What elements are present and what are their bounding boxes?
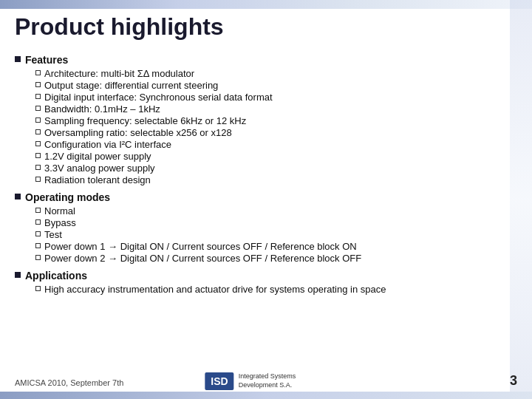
footer-conference: AMICSA 2010, September 7th <box>15 378 123 387</box>
item-text: Output stage: differential current steer… <box>44 80 218 91</box>
list-item: Power down 1 → Digital ON / Current sour… <box>35 241 517 252</box>
item-text: Sampling frequency: selectable 6kHz or 1… <box>44 115 246 126</box>
top-bar <box>0 0 532 9</box>
bullet-icon-applications <box>15 272 21 278</box>
content-area: Product highlights Features Architecture… <box>15 13 517 362</box>
sub-bullet-icon <box>35 70 41 75</box>
sub-bullet-icon <box>35 243 41 248</box>
item-text: Oversampling ratio: selectable x256 or x… <box>44 127 232 138</box>
list-item: 3.3V analog power supply <box>35 163 517 174</box>
list-item: Normal <box>35 205 517 216</box>
item-text: 1.2V digital power supply <box>44 151 151 162</box>
sub-bullet-icon <box>35 106 41 111</box>
list-item: Radiation tolerant design <box>35 174 517 185</box>
list-item: Bandwidth: 0.1mHz – 1kHz <box>35 103 517 115</box>
sub-bullet-icon <box>35 129 41 134</box>
section-applications: Applications High accuracy instrumentati… <box>15 270 517 295</box>
logo-company-name: Integrated Systems Development S.A. <box>239 372 327 389</box>
sub-bullet-icon <box>35 208 41 213</box>
list-item: 1.2V digital power supply <box>35 151 517 162</box>
slide: Product highlights Features Architecture… <box>0 0 532 399</box>
list-item: Power down 2 → Digital ON / Current sour… <box>35 253 517 264</box>
sub-bullet-icon <box>35 117 41 123</box>
arrow-icon: → <box>108 241 117 252</box>
section-applications-label: Applications <box>15 270 517 282</box>
slide-title: Product highlights <box>15 13 517 41</box>
section-features: Features Architecture: multi-bit ΣΔ modu… <box>15 54 517 185</box>
list-item: Output stage: differential current steer… <box>35 80 517 91</box>
sub-bullet-icon <box>35 255 41 260</box>
item-text: High accuracy instrumentation and actuat… <box>44 284 386 295</box>
list-item: Digital input interface: Synchronous ser… <box>35 92 517 103</box>
sub-bullet-icon <box>35 286 41 291</box>
sub-bullet-icon <box>35 153 41 158</box>
item-text: Power down 2 → Digital ON / Current sour… <box>44 253 361 264</box>
list-item: Architecture: multi-bit ΣΔ modulator <box>35 68 517 79</box>
sub-bullet-icon <box>35 165 41 170</box>
sub-bullet-icon <box>35 94 41 99</box>
item-text: Configuration via I²C interface <box>44 139 171 150</box>
logo-icon: ISD <box>205 372 233 390</box>
item-text: Digital input interface: Synchronous ser… <box>44 92 273 103</box>
sub-bullet-icon <box>35 231 41 236</box>
sub-bullet-icon <box>35 82 41 87</box>
sub-bullet-icon <box>35 219 41 225</box>
list-item: High accuracy instrumentation and actuat… <box>35 284 517 295</box>
list-item: Oversampling ratio: selectable x256 or x… <box>35 127 517 138</box>
features-list: Architecture: multi-bit ΣΔ modulator Out… <box>35 68 517 185</box>
item-text: Radiation tolerant design <box>44 174 151 185</box>
list-item: Sampling frequency: selectable 6kHz or 1… <box>35 115 517 126</box>
item-text: Bypass <box>44 217 76 228</box>
list-item: Configuration via I²C interface <box>35 139 517 150</box>
item-text: Power down 1 → Digital ON / Current sour… <box>44 241 357 252</box>
item-text: Normal <box>44 205 75 216</box>
sub-bullet-icon <box>35 141 41 146</box>
footer-logo: ISD Integrated Systems Development S.A. <box>205 372 327 390</box>
bullet-icon-operating <box>15 194 21 200</box>
page-number: 3 <box>510 373 517 389</box>
item-text: Bandwidth: 0.1mHz – 1kHz <box>44 103 160 115</box>
item-text: Architecture: multi-bit ΣΔ modulator <box>44 68 194 79</box>
operating-modes-title: Operating modes <box>25 191 110 203</box>
section-operating-modes-label: Operating modes <box>15 191 517 203</box>
item-text: Test <box>44 229 62 240</box>
bottom-bar <box>0 392 532 399</box>
operating-modes-list: Normal Bypass Test Power down 1 → Digita… <box>35 205 517 264</box>
main-list: Features Architecture: multi-bit ΣΔ modu… <box>15 54 517 295</box>
section-operating-modes: Operating modes Normal Bypass Test Power… <box>15 191 517 264</box>
bullet-icon-features <box>15 56 21 62</box>
sub-bullet-icon <box>35 177 41 182</box>
section-features-label: Features <box>15 54 517 66</box>
arrow-icon: → <box>108 253 117 264</box>
item-text: 3.3V analog power supply <box>44 163 155 174</box>
applications-title: Applications <box>25 270 87 282</box>
applications-list: High accuracy instrumentation and actuat… <box>35 284 517 295</box>
features-title: Features <box>25 54 68 66</box>
list-item: Bypass <box>35 217 517 228</box>
list-item: Test <box>35 229 517 240</box>
